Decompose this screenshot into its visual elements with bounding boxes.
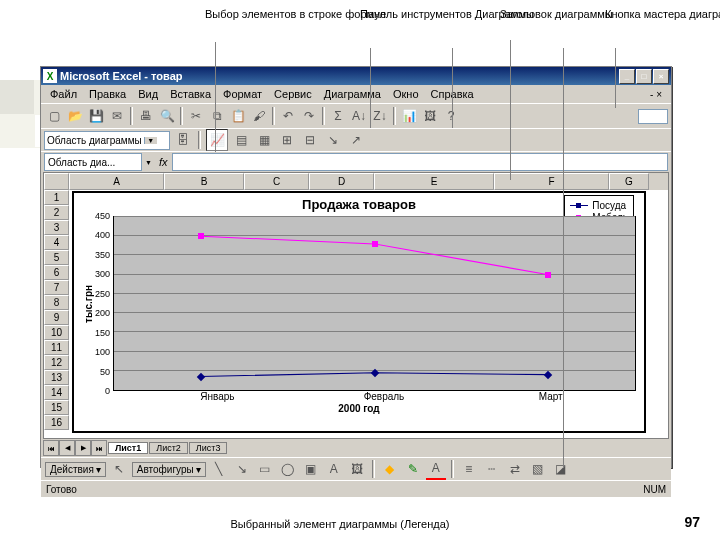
sheet-tab-1[interactable]: Лист1 bbox=[108, 442, 148, 454]
legend-marker-1 bbox=[570, 201, 588, 211]
maximize-button[interactable]: □ bbox=[636, 69, 652, 84]
autosum-icon[interactable]: Σ bbox=[328, 106, 348, 126]
line-icon[interactable]: ╲ bbox=[209, 459, 229, 479]
menubar: Файл Правка Вид Вставка Формат Сервис Ди… bbox=[41, 85, 671, 103]
drawing-toggle-icon[interactable]: 🖼 bbox=[420, 106, 440, 126]
new-icon[interactable]: ▢ bbox=[44, 106, 64, 126]
3d-icon[interactable]: ◪ bbox=[551, 459, 571, 479]
shadow-icon[interactable]: ▧ bbox=[528, 459, 548, 479]
rect-icon[interactable]: ▭ bbox=[255, 459, 275, 479]
status-text: Готово bbox=[46, 484, 77, 495]
mail-icon[interactable]: ✉ bbox=[107, 106, 127, 126]
status-bar: Готово NUM bbox=[41, 480, 671, 497]
font-color-icon[interactable]: A bbox=[426, 458, 446, 480]
col-G[interactable]: G bbox=[609, 173, 649, 190]
tab-first-icon[interactable]: ⏮ bbox=[43, 440, 59, 456]
dropdown-icon[interactable]: ▼ bbox=[142, 159, 155, 166]
col-D[interactable]: D bbox=[309, 173, 374, 190]
format-object-icon[interactable]: 🗄 bbox=[173, 130, 193, 150]
format-painter-icon[interactable]: 🖌 bbox=[249, 106, 269, 126]
menu-file[interactable]: Файл bbox=[45, 87, 82, 101]
redo-icon[interactable]: ↷ bbox=[299, 106, 319, 126]
line-style-icon[interactable]: ≡ bbox=[459, 459, 479, 479]
column-headers: A B C D E F G bbox=[44, 173, 668, 190]
sheet-tabs: ⏮ ◀ ▶ ⏭ Лист1 Лист2 Лист3 bbox=[41, 439, 671, 457]
autoshapes-menu[interactable]: Автофигуры ▾ bbox=[132, 462, 206, 477]
menu-window[interactable]: Окно bbox=[388, 87, 424, 101]
by-row-icon[interactable]: ⊞ bbox=[277, 130, 297, 150]
x-axis-label: 2000 год bbox=[74, 402, 644, 414]
arrow-icon[interactable]: ↘ bbox=[232, 459, 252, 479]
name-box[interactable]: Область диа... bbox=[44, 153, 142, 171]
copy-icon[interactable]: ⧉ bbox=[207, 106, 227, 126]
status-num: NUM bbox=[643, 484, 666, 495]
clipart-icon[interactable]: 🖼 bbox=[347, 459, 367, 479]
by-column-icon[interactable]: ⊟ bbox=[300, 130, 320, 150]
col-E[interactable]: E bbox=[374, 173, 494, 190]
y-axis-label: тыс.грн bbox=[82, 216, 95, 391]
print-icon[interactable]: 🖶 bbox=[136, 106, 156, 126]
sheet-tab-3[interactable]: Лист3 bbox=[189, 442, 228, 454]
paste-icon[interactable]: 📋 bbox=[228, 106, 248, 126]
minimize-button[interactable]: _ bbox=[619, 69, 635, 84]
menu-edit[interactable]: Правка bbox=[84, 87, 131, 101]
menu-chart[interactable]: Диаграмма bbox=[319, 87, 386, 101]
x-ticks: Январь Февраль Март bbox=[74, 391, 644, 402]
tab-next-icon[interactable]: ▶ bbox=[75, 440, 91, 456]
title-text: Microsoft Excel - товар bbox=[60, 70, 183, 82]
actions-menu[interactable]: Действия ▾ bbox=[45, 462, 106, 477]
worksheet: A B C D E F G 12 34 56 78 910 1112 1314 … bbox=[43, 172, 669, 439]
legend-toggle-icon[interactable]: ▤ bbox=[231, 130, 251, 150]
line-color-icon[interactable]: ✎ bbox=[403, 459, 423, 479]
undo-icon[interactable]: ↶ bbox=[278, 106, 298, 126]
open-icon[interactable]: 📂 bbox=[65, 106, 85, 126]
mdi-close[interactable]: - × bbox=[645, 88, 667, 101]
col-A[interactable]: A bbox=[69, 173, 164, 190]
col-F[interactable]: F bbox=[494, 173, 609, 190]
close-button[interactable]: × bbox=[653, 69, 669, 84]
chart-title[interactable]: Продажа товаров bbox=[74, 193, 644, 216]
help-icon[interactable]: ? bbox=[441, 106, 461, 126]
help-box[interactable] bbox=[638, 109, 668, 124]
plot-area[interactable] bbox=[113, 216, 636, 391]
dash-style-icon[interactable]: ┄ bbox=[482, 459, 502, 479]
fill-color-icon[interactable]: ◆ bbox=[380, 459, 400, 479]
wordart-icon[interactable]: A bbox=[324, 459, 344, 479]
sort-asc-icon[interactable]: A↓ bbox=[349, 106, 369, 126]
fx-icon[interactable]: fx bbox=[159, 156, 168, 168]
drawing-toolbar: Действия ▾ ↖ Автофигуры ▾ ╲ ↘ ▭ ◯ ▣ A 🖼 … bbox=[41, 457, 671, 480]
row-headers: 12 34 56 78 910 1112 1314 1516 bbox=[44, 190, 69, 438]
bottom-callout: Выбранный элемент диаграммы (Легенда) bbox=[0, 518, 680, 530]
select-all[interactable] bbox=[44, 173, 69, 190]
page-number: 97 bbox=[684, 514, 700, 530]
cut-icon[interactable]: ✂ bbox=[186, 106, 206, 126]
chart-type-icon[interactable]: 📈 bbox=[206, 129, 228, 151]
chart-wizard-icon[interactable]: 📊 bbox=[399, 106, 419, 126]
tab-prev-icon[interactable]: ◀ bbox=[59, 440, 75, 456]
embedded-chart[interactable]: Продажа товаров Посуда Мебель тыс.грн 45… bbox=[72, 191, 646, 433]
menu-tools[interactable]: Сервис bbox=[269, 87, 317, 101]
angle-up-icon[interactable]: ↗ bbox=[346, 130, 366, 150]
arrow-style-icon[interactable]: ⇄ bbox=[505, 459, 525, 479]
menu-insert[interactable]: Вставка bbox=[165, 87, 216, 101]
data-table-icon[interactable]: ▦ bbox=[254, 130, 274, 150]
textbox-icon[interactable]: ▣ bbox=[301, 459, 321, 479]
preview-icon[interactable]: 🔍 bbox=[157, 106, 177, 126]
sort-desc-icon[interactable]: Z↓ bbox=[370, 106, 390, 126]
col-B[interactable]: B bbox=[164, 173, 244, 190]
sheet-tab-2[interactable]: Лист2 bbox=[149, 442, 188, 454]
angle-down-icon[interactable]: ↘ bbox=[323, 130, 343, 150]
menu-view[interactable]: Вид bbox=[133, 87, 163, 101]
col-C[interactable]: C bbox=[244, 173, 309, 190]
y-ticks: 450400350 300250200 15010050 0 bbox=[95, 211, 113, 396]
formula-bar: Область диа... ▼ fx bbox=[41, 151, 671, 172]
oval-icon[interactable]: ◯ bbox=[278, 459, 298, 479]
titlebar: X Microsoft Excel - товар _ □ × bbox=[41, 67, 671, 85]
save-icon[interactable]: 💾 bbox=[86, 106, 106, 126]
callout-3: Заголовок диаграммы bbox=[500, 8, 613, 20]
formula-edit[interactable] bbox=[172, 153, 669, 171]
select-icon[interactable]: ↖ bbox=[109, 459, 129, 479]
tab-last-icon[interactable]: ⏭ bbox=[91, 440, 107, 456]
menu-format[interactable]: Формат bbox=[218, 87, 267, 101]
chart-element-combo[interactable]: Область диаграммы▼ bbox=[44, 131, 170, 150]
